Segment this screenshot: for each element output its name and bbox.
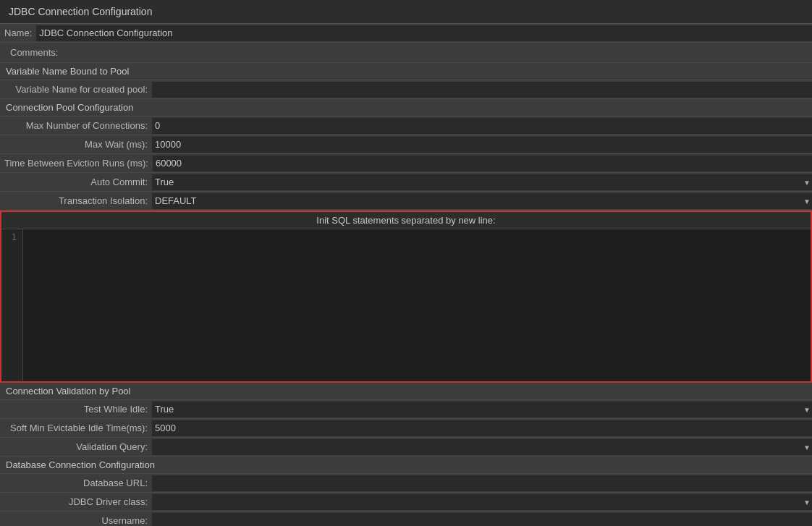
jdbc-driver-select[interactable] bbox=[152, 494, 812, 510]
jdbc-driver-label: JDBC Driver class: bbox=[0, 494, 152, 509]
username-label: Username: bbox=[0, 513, 152, 526]
transaction-isolation-row: Transaction Isolation: DEFAULT NONE READ… bbox=[0, 192, 812, 211]
validation-query-select[interactable] bbox=[152, 439, 812, 455]
connection-validation-section-header: Connection Validation by Pool bbox=[0, 383, 812, 400]
name-input[interactable] bbox=[36, 25, 812, 41]
database-url-input[interactable] bbox=[152, 475, 812, 491]
comments-label: Comments: bbox=[6, 45, 62, 60]
database-connection-section-header: Database Connection Configuration bbox=[0, 457, 812, 474]
auto-commit-select[interactable]: True False bbox=[152, 174, 812, 190]
max-connections-input[interactable] bbox=[152, 118, 812, 134]
transaction-isolation-label: Transaction Isolation: bbox=[0, 193, 152, 208]
window-title: JDBC Connection Configuration bbox=[9, 6, 152, 17]
database-url-row: Database URL: bbox=[0, 474, 812, 493]
jdbc-driver-row: JDBC Driver class: ▼ bbox=[0, 493, 812, 512]
variable-name-label: Variable Name for created pool: bbox=[0, 82, 152, 97]
soft-min-input[interactable] bbox=[152, 420, 812, 436]
soft-min-row: Soft Min Evictable Idle Time(ms): bbox=[0, 419, 812, 438]
time-between-input[interactable] bbox=[153, 156, 812, 171]
test-while-idle-select[interactable]: True False bbox=[152, 402, 812, 417]
soft-min-label: Soft Min Evictable Idle Time(ms): bbox=[0, 420, 152, 436]
username-row: Username: bbox=[0, 512, 812, 526]
transaction-isolation-select[interactable]: DEFAULT NONE READ_COMMITTED READ_UNCOMMI… bbox=[152, 193, 812, 209]
time-between-label: Time Between Eviction Runs (ms): bbox=[0, 156, 153, 171]
username-input[interactable] bbox=[152, 513, 812, 527]
connection-pool-section-header: Connection Pool Configuration bbox=[0, 99, 812, 116]
title-bar: JDBC Connection Configuration bbox=[0, 0, 812, 24]
init-sql-header: Init SQL statements separated by new lin… bbox=[1, 212, 811, 229]
validation-query-row: Validation Query: ▼ bbox=[0, 438, 812, 457]
sql-editor[interactable] bbox=[23, 229, 811, 381]
validation-query-label: Validation Query: bbox=[0, 439, 152, 454]
max-wait-row: Max Wait (ms): bbox=[0, 135, 812, 154]
test-while-idle-row: Test While Idle: True False ▼ bbox=[0, 400, 812, 419]
init-sql-area: Init SQL statements separated by new lin… bbox=[0, 211, 812, 383]
variable-name-value bbox=[152, 82, 812, 98]
line-numbers: 1 bbox=[1, 229, 23, 381]
line-number-1: 1 bbox=[7, 232, 17, 242]
max-connections-row: Max Number of Connections: bbox=[0, 116, 812, 135]
variable-name-row: Variable Name for created pool: bbox=[0, 80, 812, 99]
max-connections-label: Max Number of Connections: bbox=[0, 118, 152, 133]
database-url-label: Database URL: bbox=[0, 475, 152, 491]
time-between-row: Time Between Eviction Runs (ms): bbox=[0, 154, 812, 173]
auto-commit-label: Auto Commit: bbox=[0, 174, 152, 190]
auto-commit-row: Auto Commit: True False ▼ bbox=[0, 173, 812, 192]
name-row: Name: bbox=[0, 24, 812, 43]
max-wait-label: Max Wait (ms): bbox=[0, 137, 152, 152]
comments-row: Comments: bbox=[0, 43, 812, 63]
max-wait-input[interactable] bbox=[152, 137, 812, 153]
test-while-idle-label: Test While Idle: bbox=[0, 402, 152, 417]
sql-body: 1 bbox=[1, 229, 811, 381]
variable-name-input[interactable] bbox=[152, 82, 812, 98]
name-label: Name: bbox=[0, 25, 36, 41]
variable-bound-section-header: Variable Name Bound to Pool bbox=[0, 63, 812, 80]
